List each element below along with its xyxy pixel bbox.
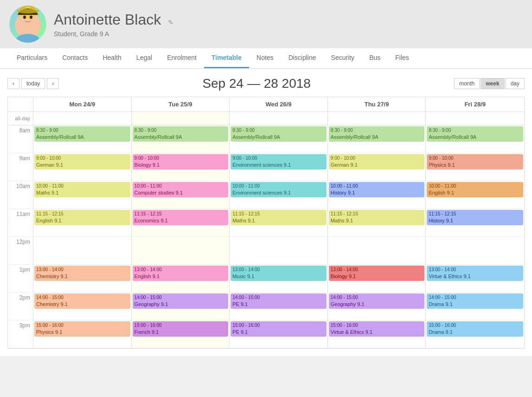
- edit-icon[interactable]: ✎: [168, 19, 173, 26]
- cell-tue-10am[interactable]: 10:00 - 11:00 Computer studies 9.1: [132, 181, 230, 209]
- cell-thu-12pm[interactable]: [328, 237, 426, 265]
- event-thu-geography[interactable]: 14:00 - 15:00 Geography 9.1: [329, 293, 425, 309]
- event-fri-drama2pm[interactable]: 14:00 - 15:00 Drama 9.1: [427, 293, 523, 309]
- event-wed-music[interactable]: 13:00 - 14:00 Music 9.1: [231, 266, 327, 281]
- nav-buttons: ‹ today ›: [7, 78, 59, 89]
- event-wed-maths[interactable]: 11:15 - 12:15 Maths 9.1: [231, 210, 327, 225]
- next-button[interactable]: ›: [47, 78, 59, 89]
- event-fri-physics[interactable]: 9:00 - 10:00 Physics 9.1: [427, 154, 523, 169]
- cell-thu-10am[interactable]: 10:00 - 11:00 History 9.1: [328, 181, 426, 209]
- cell-thu-2pm[interactable]: 14:00 - 15:00 Geography 9.1: [328, 293, 426, 320]
- cell-wed-1pm[interactable]: 13:00 - 14:00 Music 9.1: [230, 265, 328, 293]
- time-10am: 10am: [8, 181, 33, 209]
- event-tue-geography[interactable]: 14:00 - 15:00 Geography 9.1: [133, 293, 229, 309]
- nav-item-timetable[interactable]: Timetable: [204, 48, 249, 68]
- event-tue-french[interactable]: 15:00 - 16:00 French 9.1: [133, 321, 229, 337]
- nav-item-discipline[interactable]: Discipline: [281, 48, 324, 68]
- row-10am: 10am 10:00 - 11:00 Maths 9.1 10:00 - 11:…: [8, 181, 524, 209]
- event-thu-maths[interactable]: 11:15 - 12:15 Maths 9.1: [329, 210, 425, 225]
- cell-tue-12pm[interactable]: [132, 237, 230, 265]
- cell-fri-12pm[interactable]: [426, 237, 524, 265]
- cell-mon-11am[interactable]: 11:15 - 12:15 English 9.1: [33, 209, 132, 237]
- nav-item-particulars[interactable]: Particulars: [9, 48, 55, 68]
- cell-fri-1pm[interactable]: 13:00 - 14:00 Virtue & Ethics 9.1: [426, 265, 524, 293]
- cell-mon-8am[interactable]: 8:30 - 9:00 Assembly/Rollcall 9A: [33, 125, 132, 153]
- cell-wed-3pm[interactable]: 15:00 - 16:00 PE 9.1: [230, 320, 328, 348]
- cell-mon-1pm[interactable]: 13:00 - 14:00 Chemistry 9.1: [33, 265, 132, 293]
- cell-wed-10am[interactable]: 10:00 - 11:00 Environment sciences 9.1: [230, 181, 328, 209]
- cell-fri-9am[interactable]: 9:00 - 10:00 Physics 9.1: [426, 153, 524, 181]
- cell-mon-10am[interactable]: 10:00 - 11:00 Maths 9.1: [33, 181, 132, 209]
- nav-item-contacts[interactable]: Contacts: [55, 48, 95, 68]
- cell-tue-9am[interactable]: 9:00 - 10:00 Biology 9.1: [132, 153, 230, 181]
- cell-thu-8am[interactable]: 8:30 - 9:00 Assembly/Rollcall 9A: [328, 125, 426, 153]
- cell-mon-12pm[interactable]: [33, 237, 132, 265]
- cell-fri-2pm[interactable]: 14:00 - 15:00 Drama 9.1: [426, 293, 524, 320]
- header: Antoinette Black ✎ Student, Grade 9 A: [0, 0, 532, 48]
- event-thu-german[interactable]: 9:00 - 10:00 German 9.1: [329, 154, 425, 169]
- event-wed-pe2[interactable]: 14:00 - 15:00 PE 9.1: [231, 293, 327, 309]
- cell-mon-2pm[interactable]: 14:00 - 15:00 Chemistry 9.1: [33, 293, 132, 320]
- cell-fri-10am[interactable]: 10:00 - 11:00 English 9.1: [426, 181, 524, 209]
- cell-thu-3pm[interactable]: 15:00 - 16:00 Virtue & Ethics 9.1: [328, 320, 426, 348]
- event-thu-history[interactable]: 10:00 - 11:00 History 9.1: [329, 182, 425, 197]
- cell-tue-3pm[interactable]: 15:00 - 16:00 French 9.1: [132, 320, 230, 348]
- event-tue-english1pm[interactable]: 13:00 - 14:00 English 9.1: [133, 266, 229, 281]
- event-fri-virtue1pm[interactable]: 13:00 - 14:00 Virtue & Ethics 9.1: [427, 266, 523, 281]
- event-fri-drama3pm[interactable]: 15:00 - 16:00 Drama 9.1: [427, 321, 523, 337]
- cell-fri-3pm[interactable]: 15:00 - 16:00 Drama 9.1: [426, 320, 524, 348]
- nav-item-enrolment[interactable]: Enrolment: [160, 48, 204, 68]
- nav-item-notes[interactable]: Notes: [249, 48, 281, 68]
- cell-fri-8am[interactable]: 8:30 - 9:00 Assembly/Rollcall 9A: [426, 125, 524, 153]
- week-view-button[interactable]: week: [481, 78, 504, 89]
- calendar-header-row: Mon 24/9 Tue 25/9 Wed 26/9 Thu 27/9 Fri …: [8, 97, 524, 112]
- event-mon-assembly[interactable]: 8:30 - 9:00 Assembly/Rollcall 9A: [34, 126, 130, 142]
- event-tue-biology[interactable]: 9:00 - 10:00 Biology 9.1: [133, 154, 229, 169]
- prev-button[interactable]: ‹: [7, 78, 19, 89]
- cell-tue-11am[interactable]: 11:15 - 12:15 Economics 9.1: [132, 209, 230, 237]
- event-mon-chemistry1[interactable]: 13:00 - 14:00 Chemistry 9.1: [34, 266, 130, 281]
- event-thu-biology1pm[interactable]: 13:00 - 14:00 Biology 9.1: [329, 266, 425, 281]
- cell-tue-2pm[interactable]: 14:00 - 15:00 Geography 9.1: [132, 293, 230, 320]
- nav-item-legal[interactable]: Legal: [129, 48, 160, 68]
- event-wed-assembly[interactable]: 8:30 - 9:00 Assembly/Rollcall 9A: [231, 126, 327, 142]
- cell-fri-11am[interactable]: 11:15 - 12:15 History 9.1: [426, 209, 524, 237]
- today-button[interactable]: today: [21, 78, 45, 89]
- day-view-button[interactable]: day: [506, 78, 525, 89]
- month-view-button[interactable]: month: [454, 78, 480, 89]
- event-mon-maths[interactable]: 10:00 - 11:00 Maths 9.1: [34, 182, 130, 197]
- event-tue-computer[interactable]: 10:00 - 11:00 Computer studies 9.1: [133, 182, 229, 197]
- event-thu-assembly[interactable]: 8:30 - 9:00 Assembly/Rollcall 9A: [329, 126, 425, 142]
- event-tue-assembly[interactable]: 8:30 - 9:00 Assembly/Rollcall 9A: [133, 126, 229, 142]
- event-mon-german[interactable]: 9:00 - 10:00 German 9.1: [34, 154, 130, 169]
- nav-item-bus[interactable]: Bus: [362, 48, 388, 68]
- nav-item-files[interactable]: Files: [388, 48, 417, 68]
- event-fri-assembly[interactable]: 8:30 - 9:00 Assembly/Rollcall 9A: [427, 126, 523, 142]
- cell-tue-8am[interactable]: 8:30 - 9:00 Assembly/Rollcall 9A: [132, 125, 230, 153]
- event-mon-physics3pm[interactable]: 15:00 - 16:00 Physics 9.1: [34, 321, 130, 337]
- cell-mon-3pm[interactable]: 15:00 - 16:00 Physics 9.1: [33, 320, 132, 348]
- event-fri-history[interactable]: 11:15 - 12:15 History 9.1: [427, 210, 523, 225]
- nav-item-health[interactable]: Health: [95, 48, 128, 68]
- cell-thu-9am[interactable]: 9:00 - 10:00 German 9.1: [328, 153, 426, 181]
- cell-mon-9am[interactable]: 9:00 - 10:00 German 9.1: [33, 153, 132, 181]
- event-fri-english[interactable]: 10:00 - 11:00 English 9.1: [427, 182, 523, 197]
- row-1pm: 1pm 13:00 - 14:00 Chemistry 9.1 13:00 - …: [8, 265, 524, 293]
- event-mon-chemistry2[interactable]: 14:00 - 15:00 Chemistry 9.1: [34, 293, 130, 309]
- event-wed-pe3pm[interactable]: 15:00 - 16:00 PE 9.1: [231, 321, 327, 337]
- cell-thu-1pm[interactable]: 13:00 - 14:00 Biology 9.1: [328, 265, 426, 293]
- cell-wed-11am[interactable]: 11:15 - 12:15 Maths 9.1: [230, 209, 328, 237]
- cell-wed-9am[interactable]: 9:00 - 10:00 Environment sciences 9.1: [230, 153, 328, 181]
- nav-item-security[interactable]: Security: [324, 48, 362, 68]
- event-wed-env2[interactable]: 10:00 - 11:00 Environment sciences 9.1: [231, 182, 327, 197]
- header-thu: Thu 27/9: [328, 97, 426, 111]
- event-tue-economics[interactable]: 11:15 - 12:15 Economics 9.1: [133, 210, 229, 225]
- cell-tue-1pm[interactable]: 13:00 - 14:00 English 9.1: [132, 265, 230, 293]
- event-thu-virtue3pm[interactable]: 15:00 - 16:00 Virtue & Ethics 9.1: [329, 321, 425, 337]
- cell-wed-12pm[interactable]: [230, 237, 328, 265]
- cell-wed-8am[interactable]: 8:30 - 9:00 Assembly/Rollcall 9A: [230, 125, 328, 153]
- cell-thu-11am[interactable]: 11:15 - 12:15 Maths 9.1: [328, 209, 426, 237]
- cell-wed-2pm[interactable]: 14:00 - 15:00 PE 9.1: [230, 293, 328, 320]
- event-wed-env1[interactable]: 9:00 - 10:00 Environment sciences 9.1: [231, 154, 327, 169]
- event-mon-english[interactable]: 11:15 - 12:15 English 9.1: [34, 210, 130, 225]
